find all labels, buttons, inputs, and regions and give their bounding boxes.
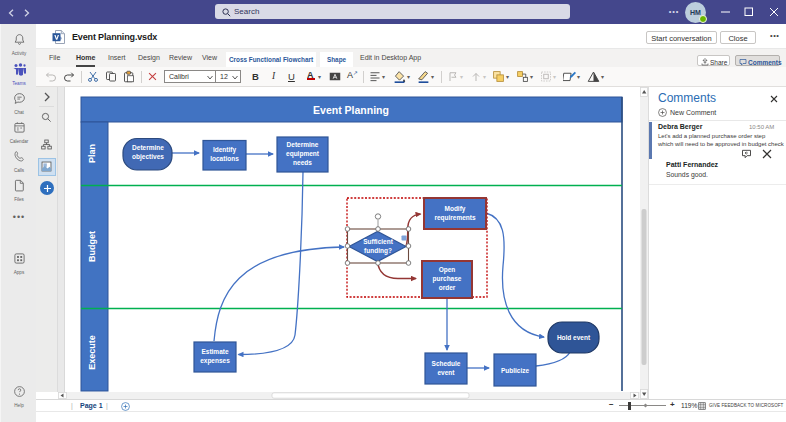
svg-text:Identify: Identify bbox=[213, 146, 236, 154]
svg-text:objectives: objectives bbox=[132, 153, 164, 161]
svg-text:requirements: requirements bbox=[434, 214, 476, 222]
svg-text:event: event bbox=[438, 369, 456, 376]
svg-text:Publicize: Publicize bbox=[501, 367, 530, 374]
svg-text:order: order bbox=[439, 284, 456, 291]
svg-text:Determine: Determine bbox=[287, 141, 319, 148]
svg-text:Estimate: Estimate bbox=[201, 348, 228, 355]
svg-text:Schedule: Schedule bbox=[432, 360, 461, 367]
svg-text:Sufficient: Sufficient bbox=[363, 238, 393, 245]
svg-text:expenses: expenses bbox=[200, 357, 230, 365]
svg-text:Event Planning: Event Planning bbox=[313, 104, 389, 116]
svg-text:Modify: Modify bbox=[445, 205, 466, 213]
svg-text:Open: Open bbox=[439, 266, 456, 274]
svg-text:equipment: equipment bbox=[286, 150, 320, 158]
svg-text:Hold event: Hold event bbox=[557, 334, 591, 341]
svg-text:locations: locations bbox=[210, 155, 239, 162]
svg-text:Plan: Plan bbox=[87, 144, 97, 163]
svg-text:needs: needs bbox=[293, 159, 312, 166]
svg-text:Determine: Determine bbox=[132, 144, 164, 151]
svg-text:Execute: Execute bbox=[87, 335, 97, 370]
svg-text:purchase: purchase bbox=[433, 275, 462, 283]
svg-text:Budget: Budget bbox=[87, 231, 97, 262]
svg-text:funding?: funding? bbox=[364, 247, 392, 255]
